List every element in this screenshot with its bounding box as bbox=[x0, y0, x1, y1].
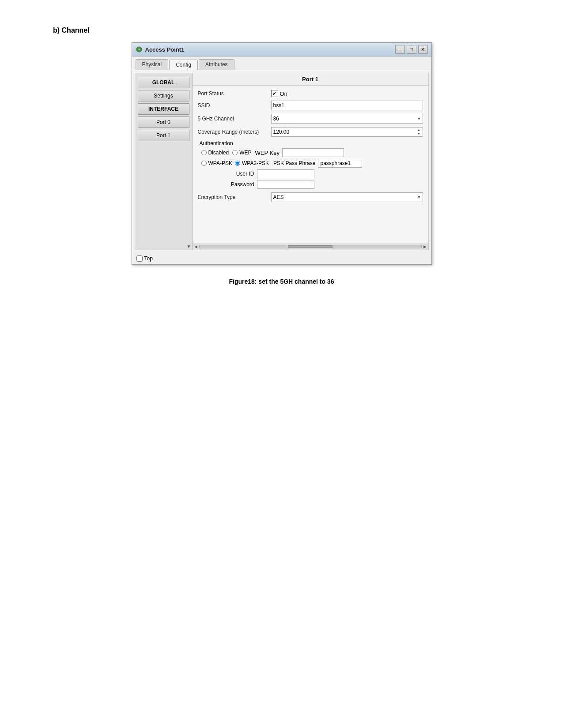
psk-row: WPA-PSK WPA2-PSK PSK Pass Phrase bbox=[201, 159, 423, 168]
radio-wpa-psk-group: WPA-PSK bbox=[201, 160, 232, 166]
radio-disabled-group: Disabled bbox=[201, 150, 229, 156]
panel-title: Port 1 bbox=[193, 73, 428, 86]
auth-row-disabled-wep: Disabled WEP WEP Key bbox=[201, 148, 423, 157]
window-controls: — □ ✕ bbox=[395, 45, 428, 54]
top-checkbox[interactable] bbox=[136, 255, 143, 262]
coverage-up-arrow[interactable]: ▲ bbox=[417, 128, 421, 132]
password-label: Password bbox=[201, 181, 254, 188]
coverage-input[interactable]: 120.00 ▲ ▼ bbox=[271, 127, 423, 137]
radio-wep-label: WEP bbox=[239, 150, 251, 156]
window-body: GLOBAL Settings INTERFACE Port 0 Port 1 … bbox=[135, 73, 429, 250]
password-input[interactable] bbox=[257, 180, 314, 189]
section-heading: b) Channel bbox=[53, 26, 528, 34]
encryption-select-wrapper: AES TKIP AES+TKIP ▼ bbox=[271, 192, 423, 202]
channel-select-wrapper: 36 40 44 48 ▼ bbox=[271, 114, 423, 124]
titlebar: Access Point1 — □ ✕ bbox=[132, 43, 431, 56]
scroll-right-arrow[interactable]: ▶ bbox=[423, 244, 427, 249]
window-footer: Top bbox=[132, 253, 431, 264]
coverage-down-arrow[interactable]: ▼ bbox=[417, 132, 421, 136]
psk-pass-input[interactable] bbox=[318, 159, 362, 168]
tab-physical[interactable]: Physical bbox=[136, 59, 169, 70]
radio-wpa2-psk-group: WPA2-PSK bbox=[235, 160, 269, 166]
coverage-scroll-arrows[interactable]: ▲ ▼ bbox=[417, 128, 421, 136]
horizontal-scrollbar[interactable]: ◀ ▶ bbox=[193, 243, 428, 250]
port-status-row: Port Status ✔ On bbox=[198, 90, 423, 97]
wep-key-row: WEP Key bbox=[255, 148, 344, 157]
sidebar-item-interface[interactable]: INTERFACE bbox=[138, 103, 189, 115]
page-container: b) Channel Access Point1 — □ ✕ Ph bbox=[0, 0, 563, 311]
footer-top-group: Top bbox=[136, 255, 153, 262]
wep-key-label: WEP Key bbox=[255, 150, 280, 156]
user-id-input[interactable] bbox=[257, 169, 314, 178]
app-icon bbox=[136, 46, 143, 53]
scrollbar-track[interactable] bbox=[199, 245, 422, 248]
encryption-select[interactable]: AES TKIP AES+TKIP bbox=[271, 192, 423, 202]
window-title-group: Access Point1 bbox=[136, 46, 185, 53]
wep-key-input[interactable] bbox=[282, 148, 344, 157]
maximize-button[interactable]: □ bbox=[407, 45, 416, 54]
sidebar-scroll-down[interactable]: ▼ bbox=[186, 243, 192, 250]
window-title-text: Access Point1 bbox=[145, 46, 185, 53]
scrollbar-thumb[interactable] bbox=[288, 245, 332, 248]
encryption-row: Encryption Type AES TKIP AES+TKIP ▼ bbox=[198, 192, 423, 202]
figure-caption: Figure18: set the 5GH channel to 36 bbox=[35, 278, 528, 285]
port-status-checkbox[interactable]: ✔ bbox=[271, 90, 278, 97]
tab-config[interactable]: Config bbox=[169, 60, 198, 70]
port-status-checkbox-group: ✔ On bbox=[271, 90, 423, 97]
ssid-label: SSID bbox=[198, 102, 268, 109]
password-row: Password bbox=[201, 180, 423, 189]
channel-select[interactable]: 36 40 44 48 bbox=[271, 114, 423, 124]
coverage-label: Coverage Range (meters) bbox=[198, 129, 268, 135]
close-button[interactable]: ✕ bbox=[418, 45, 428, 54]
sidebar-item-settings[interactable]: Settings bbox=[138, 90, 189, 101]
radio-disabled[interactable] bbox=[201, 150, 207, 155]
radio-wpa-psk-label: WPA-PSK bbox=[208, 160, 232, 166]
user-id-row: User ID bbox=[201, 169, 423, 178]
coverage-row: Coverage Range (meters) 120.00 ▲ ▼ bbox=[198, 127, 423, 137]
auth-section: Authentication Disabled WEP bbox=[198, 140, 423, 189]
coverage-value: 120.00 bbox=[273, 129, 290, 135]
radio-wep-group: WEP bbox=[232, 150, 251, 156]
port-status-on-label: On bbox=[280, 90, 287, 97]
top-label: Top bbox=[144, 255, 153, 262]
user-id-label: User ID bbox=[201, 171, 254, 177]
tabs-row: Physical Config Attributes bbox=[132, 56, 431, 70]
ssid-input[interactable] bbox=[271, 101, 423, 110]
channel-label: 5 GHz Channel bbox=[198, 116, 268, 122]
auth-label: Authentication bbox=[200, 140, 423, 146]
sidebar-item-port1[interactable]: Port 1 bbox=[138, 130, 189, 141]
channel-row: 5 GHz Channel 36 40 44 48 ▼ bbox=[198, 114, 423, 124]
radio-wpa-psk[interactable] bbox=[201, 161, 207, 166]
sidebar-item-port0[interactable]: Port 0 bbox=[138, 116, 189, 128]
content-panel: Port 1 Port Status ✔ On SSID bbox=[193, 73, 428, 250]
minimize-button[interactable]: — bbox=[395, 45, 405, 54]
sidebar-item-global[interactable]: GLOBAL bbox=[138, 77, 189, 88]
psk-pass-label: PSK Pass Phrase bbox=[273, 160, 315, 166]
form-area: Port Status ✔ On SSID 5 GHz Channel bbox=[193, 86, 428, 243]
sidebar: GLOBAL Settings INTERFACE Port 0 Port 1 … bbox=[135, 73, 193, 250]
radio-wpa2-psk[interactable] bbox=[235, 161, 240, 166]
encryption-label: Encryption Type bbox=[198, 194, 268, 200]
radio-wpa2-psk-label: WPA2-PSK bbox=[242, 160, 269, 166]
port-status-label: Port Status bbox=[198, 90, 268, 97]
access-point-window: Access Point1 — □ ✕ Physical Config Attr… bbox=[132, 42, 432, 265]
radio-disabled-label: Disabled bbox=[208, 150, 229, 156]
ssid-row: SSID bbox=[198, 101, 423, 110]
scroll-left-arrow[interactable]: ◀ bbox=[193, 244, 198, 249]
tab-attributes[interactable]: Attributes bbox=[199, 59, 234, 70]
radio-wep[interactable] bbox=[232, 150, 238, 155]
